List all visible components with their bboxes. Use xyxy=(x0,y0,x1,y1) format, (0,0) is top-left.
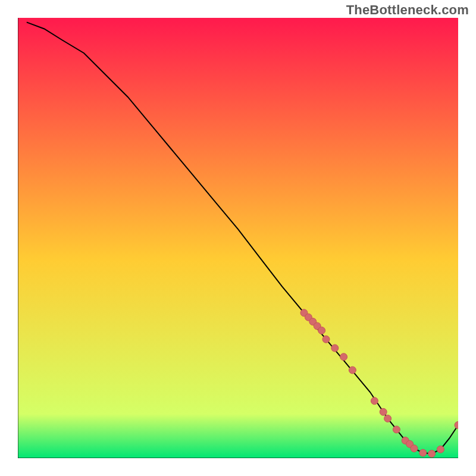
data-marker xyxy=(380,408,387,415)
data-marker xyxy=(371,397,378,405)
data-marker xyxy=(393,426,400,433)
data-marker xyxy=(331,345,339,352)
chart-background xyxy=(18,18,458,458)
data-marker xyxy=(322,336,330,343)
chart-container: TheBottleneck.com xyxy=(0,0,476,476)
data-marker xyxy=(419,449,427,456)
data-marker xyxy=(428,450,436,458)
data-marker xyxy=(411,445,418,452)
data-marker xyxy=(349,367,356,374)
bottleneck-chart xyxy=(18,18,458,458)
data-marker xyxy=(384,415,392,422)
data-marker xyxy=(340,353,347,361)
watermark-label: TheBottleneck.com xyxy=(346,2,469,18)
data-marker xyxy=(437,446,444,453)
data-marker xyxy=(318,327,325,334)
